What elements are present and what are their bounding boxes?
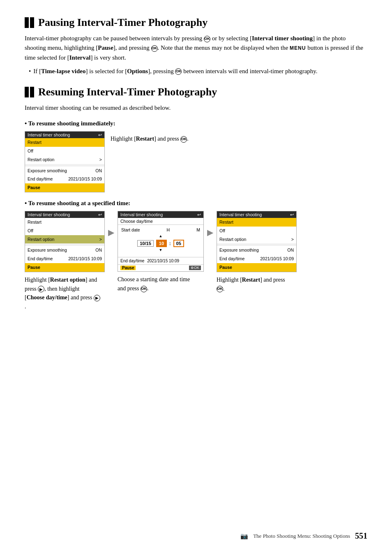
pause-bold: Pause <box>98 44 113 51</box>
ok-button-icon2: OK <box>151 45 158 52</box>
screen3-row-pause: Pause <box>217 263 296 272</box>
section-icon <box>25 17 34 28</box>
screen1-header-label: Interval timer shooting <box>28 132 70 137</box>
ok-bullet-icon: OK <box>175 68 182 75</box>
arrow1: ▶ <box>105 211 118 237</box>
screen1-mockup: Interval timer shooting ↩ Restart Off Re… <box>25 131 105 192</box>
footer-text: The Photo Shooting Menu: Shooting Option… <box>253 533 350 539</box>
panel2-caption: Choose a starting date and time and pres… <box>118 275 194 293</box>
resuming-body: Interval timer shooting can be resumed a… <box>25 103 367 113</box>
screen2-row-endday: End day/time 2021/10/15 10:09 <box>25 255 104 263</box>
page-footer: 📷 The Photo Shooting Menu: Shooting Opti… <box>240 531 367 541</box>
section-icon2 <box>25 87 34 97</box>
screen1-header-icon: ↩ <box>98 132 102 137</box>
date-box: 10/15 <box>137 240 154 247</box>
hour-box: 10 <box>156 240 167 247</box>
panel3: Interval timer shooting ↩ Restart Off Re… <box>217 211 297 293</box>
bullet-dot: • <box>29 67 31 76</box>
resuming-title: Resuming Interval-Timer Photography <box>38 86 217 98</box>
time-display-row: ▲ <box>121 234 200 238</box>
screen1-row-endday: End day/time 2021/10/15 10:09 <box>25 175 104 183</box>
screen1-header: Interval timer shooting ↩ <box>25 132 104 138</box>
ok-icon-panel3: OK <box>217 286 223 292</box>
time-values-row: 10/15 10 : 05 <box>121 240 200 247</box>
screen3-header: Interval timer shooting ↩ <box>217 211 296 218</box>
screen2-mockup: Interval timer shooting ↩ Restart Off Re… <box>25 211 105 272</box>
up-arrow: ▲ <box>159 234 163 238</box>
panel1: Interval timer shooting ↩ Restart Off Re… <box>25 211 105 311</box>
screen3-row-exposure: Exposure smoothing ON <box>217 246 296 255</box>
screen1-col: Interval timer shooting ↩ Restart Off Re… <box>25 131 105 192</box>
camera-icon: 📷 <box>240 532 248 540</box>
resuming-heading: Resuming Interval-Timer Photography <box>25 86 367 98</box>
ok-icon-caption1: OK <box>180 136 187 143</box>
resume-immediately-caption: Highlight [Restart] and press OK. <box>111 134 189 143</box>
panel3-caption: Highlight [Restart] and press OK. <box>217 275 293 293</box>
screen3-mockup: Interval timer shooting ↩ Restart Off Re… <box>217 211 297 272</box>
screen1-row-off: Off <box>25 147 104 155</box>
down-arrow-row: ▼ <box>121 248 200 252</box>
screen2-row-off: Off <box>25 227 104 235</box>
pausing-section: Pausing Interval-Timer Photography Inter… <box>25 16 367 76</box>
resume-immediately-section: • To resume shooting immediately: Interv… <box>25 120 367 192</box>
screen1-row-exposure: Exposure smoothing ON <box>25 167 104 175</box>
three-panels: Interval timer shooting ↩ Restart Off Re… <box>25 211 367 311</box>
screen2-row-exposure: Exposure smoothing ON <box>25 246 104 255</box>
choose-sub-header: Choose day/time <box>118 218 203 225</box>
screen1-row-restart-option: Restart option > <box>25 155 104 164</box>
choose-body: Start date H M ▲ 10/15 10 : 05 <box>118 225 203 255</box>
pausing-heading: Pausing Interval-Timer Photography <box>25 16 367 29</box>
choose-pause-ok-row: Pause ⊕OK <box>118 264 203 271</box>
interval-timer-bold: Interval timer shooting <box>252 35 313 42</box>
screen2-row-restart: Restart <box>25 218 104 227</box>
ok-button-icon: OK <box>204 36 210 42</box>
ok-icon-panel2: OK <box>141 286 147 292</box>
screen3-row-restart-option: Restart option > <box>217 235 296 244</box>
screen-choose-mockup: Interval timer shooting ↩ Choose day/tim… <box>118 211 204 272</box>
resume-specified-section: • To resume shooting at a specified time… <box>25 200 367 311</box>
screen2-row-pause: Pause <box>25 263 104 272</box>
pausing-bullet: • If [Time-lapse video] is selected for … <box>29 67 367 76</box>
resume-specified-heading: • To resume shooting at a specified time… <box>25 200 367 207</box>
resuming-section: Resuming Interval-Timer Photography Inte… <box>25 86 367 311</box>
choose-ok-badge: ⊕OK <box>189 266 201 270</box>
screen3-row-off: Off <box>217 227 296 235</box>
panel2: Interval timer shooting ↩ Choose day/tim… <box>118 211 204 293</box>
screen1-row-pause: Pause <box>25 183 104 192</box>
interval-bold: Interval <box>69 54 91 61</box>
pausing-body: Interval-timer photography can be paused… <box>25 34 367 62</box>
screen2-header: Interval timer shooting ↩ <box>25 211 104 218</box>
nav-icon2: ▶ <box>94 295 100 301</box>
choose-pause-label: Pause <box>120 266 136 270</box>
pausing-title: Pausing Interval-Timer Photography <box>38 16 208 29</box>
screen3-row-endday: End day/time 2021/10/15 10:09 <box>217 255 296 263</box>
panel1-caption: Highlight [Restart option] and press ▶, … <box>25 275 101 311</box>
resume-immediately-heading: • To resume shooting immediately: <box>25 120 367 127</box>
screen1-row-restart: Restart <box>25 138 104 147</box>
menu-word: MENU <box>290 45 306 51</box>
screen2-row-restart-option: Restart option > <box>25 235 104 244</box>
choose-header: Interval timer shooting ↩ <box>118 211 203 218</box>
down-arrow: ▼ <box>159 248 163 252</box>
choose-footer: End day/time 2021/10/15 10:09 <box>118 257 203 264</box>
resume-immediately-panel: Interval timer shooting ↩ Restart Off Re… <box>25 131 367 192</box>
choose-start-label-row: Start date H M <box>121 227 200 232</box>
nav-icon1: ▶ <box>38 286 44 292</box>
page-number: 551 <box>355 531 367 541</box>
screen3-row-restart: Restart <box>217 218 296 227</box>
pausing-bullet-text: If [Time-lapse video] is selected for [O… <box>33 67 317 76</box>
min-box: 05 <box>173 240 184 247</box>
arrow2: ▶ <box>204 211 217 237</box>
